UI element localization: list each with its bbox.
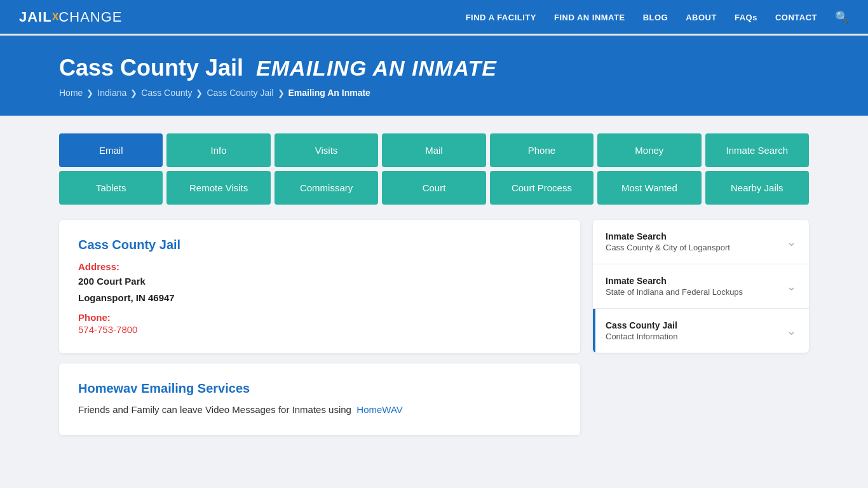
address-label: Address: [78,261,561,272]
breadcrumb-home[interactable]: Home [59,88,83,98]
sidebar-item-inmate-search-state[interactable]: Inmate Search State of Indiana and Feder… [593,264,809,309]
homewav-link[interactable]: HomeWAV [356,404,403,415]
phone-link[interactable]: 574-753-7800 [78,324,137,335]
sidebar-item-subtitle-2: State of Indiana and Federal Lockups [606,287,743,297]
tab-commissary[interactable]: Commissary [275,171,378,205]
tab-info[interactable]: Info [166,133,270,167]
lower-section: Cass County Jail Address: 200 Court Park… [59,220,809,435]
address-text: 200 Court Park Logansport, IN 46947 [78,273,561,306]
nav-find-facility[interactable]: FIND A FACILITY [466,11,536,23]
sidebar-item-title-3: Cass County Jail [606,320,677,330]
right-sidebar: Inmate Search Cass County & City of Loga… [593,220,809,353]
page-title: Cass County Jail EMAILING AN INMATE [59,55,809,81]
left-column: Cass County Jail Address: 200 Court Park… [59,220,580,435]
chevron-down-icon-3: ⌄ [787,324,796,338]
sidebar-item-title-1: Inmate Search [606,231,730,241]
logo-x: X [52,11,59,23]
tabs-row-1: Email Info Visits Mail Phone Money Inmat… [59,133,809,167]
nav-blog[interactable]: BLOG [643,11,668,23]
breadcrumb-sep-2: ❯ [130,88,137,98]
sidebar-item-contact-info[interactable]: Cass County Jail Contact Information ⌄ [593,309,809,353]
breadcrumb: Home ❯ Indiana ❯ Cass County ❯ Cass Coun… [59,88,809,98]
email-body-text: Friends and Family can leave Video Messa… [78,404,351,415]
tabs-row-2: Tablets Remote Visits Commissary Court C… [59,171,809,205]
tab-phone[interactable]: Phone [490,133,593,167]
address-line1: 200 Court Park [78,276,146,287]
tab-most-wanted[interactable]: Most Wanted [597,171,701,205]
tab-court-process[interactable]: Court Process [490,171,593,205]
tab-nearby-jails[interactable]: Nearby Jails [705,171,809,205]
breadcrumb-sep-1: ❯ [86,88,93,98]
breadcrumb-current: Emailing An Inmate [288,88,370,98]
nav-links: FIND A FACILITY FIND AN INMATE BLOG ABOU… [466,10,849,24]
sidebar-item-title-2: Inmate Search [606,276,743,286]
phone-label: Phone: [78,312,561,323]
nav-contact[interactable]: CONTACT [775,11,817,23]
tab-tablets[interactable]: Tablets [59,171,163,205]
sidebar-item-inmate-search-local[interactable]: Inmate Search Cass County & City of Loga… [593,220,809,264]
sidebar-card: Inmate Search Cass County & City of Loga… [593,220,809,353]
page-title-main: Cass County Jail [59,55,243,81]
breadcrumb-indiana[interactable]: Indiana [97,88,126,98]
tab-money[interactable]: Money [597,133,701,167]
chevron-down-icon-1: ⌄ [787,235,796,249]
email-card-body: Friends and Family can leave Video Messa… [78,402,561,417]
nav-find-inmate[interactable]: FIND AN INMATE [554,11,625,23]
jail-info-card: Cass County Jail Address: 200 Court Park… [59,220,580,353]
breadcrumb-sep-3: ❯ [196,88,203,98]
breadcrumb-sep-4: ❯ [278,88,285,98]
main-content: Email Info Visits Mail Phone Money Inmat… [46,116,822,453]
email-services-card: Homewav Emailing Services Friends and Fa… [59,363,580,435]
chevron-down-icon-2: ⌄ [787,280,796,294]
email-card-title: Homewav Emailing Services [78,381,561,396]
jail-card-title: Cass County Jail [78,238,561,252]
tab-mail[interactable]: Mail [382,133,485,167]
tab-email[interactable]: Email [59,133,163,167]
tab-court[interactable]: Court [382,171,485,205]
navbar: JAILXCHANGE FIND A FACILITY FIND AN INMA… [0,0,868,36]
breadcrumb-cass-county-jail[interactable]: Cass County Jail [207,88,273,98]
logo[interactable]: JAILXCHANGE [19,9,122,25]
nav-faqs[interactable]: FAQs [735,11,757,23]
logo-jail: JAIL [19,9,52,25]
search-icon[interactable]: 🔍 [835,10,849,24]
sidebar-item-subtitle-1: Cass County & City of Logansport [606,243,730,252]
logo-exchange: CHANGE [58,9,122,25]
tab-remote-visits[interactable]: Remote Visits [166,171,270,205]
sidebar-item-subtitle-3: Contact Information [606,332,677,341]
address-line2: Logansport, IN 46947 [78,292,175,303]
breadcrumb-cass-county[interactable]: Cass County [141,88,192,98]
nav-about[interactable]: ABOUT [686,11,717,23]
tab-visits[interactable]: Visits [275,133,378,167]
hero-section: Cass County Jail EMAILING AN INMATE Home… [0,36,868,116]
tab-inmate-search[interactable]: Inmate Search [705,133,809,167]
page-title-italic: EMAILING AN INMATE [256,56,497,80]
